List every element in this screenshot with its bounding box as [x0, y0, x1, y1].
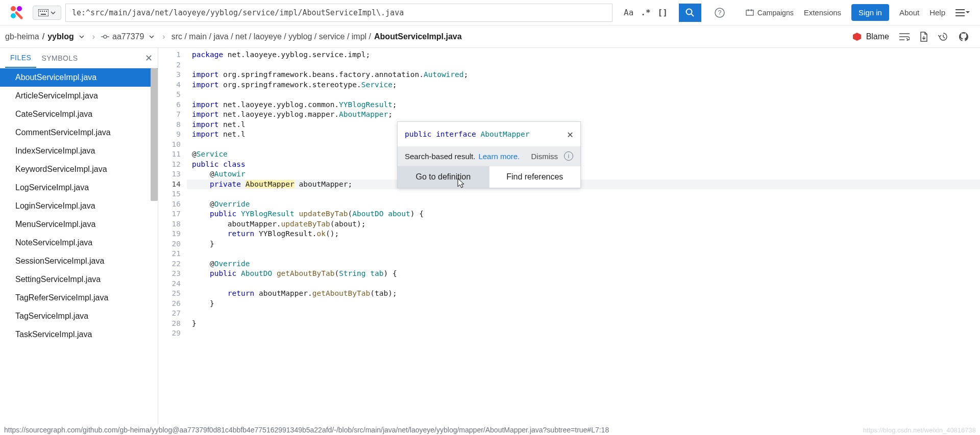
code-line[interactable]: package net.laoyeye.yyblog.service.impl; — [187, 50, 980, 60]
repo-name[interactable]: yyblog — [47, 32, 74, 41]
tab-symbols[interactable]: SYMBOLS — [36, 49, 83, 67]
code-line[interactable]: return aboutMapper.getAboutByTab(tab); — [187, 289, 980, 299]
code-line[interactable]: import org.springframework.stereotype.Se… — [187, 80, 980, 90]
code-line[interactable] — [187, 90, 980, 100]
file-item[interactable]: KeywordServiceImpl.java — [0, 160, 158, 178]
path-segment[interactable]: net — [235, 32, 247, 41]
code-line[interactable]: } — [187, 239, 980, 249]
svg-rect-12 — [746, 10, 753, 15]
path-segment[interactable]: java — [213, 32, 228, 41]
chevron-down-icon[interactable] — [149, 35, 154, 38]
path-segment[interactable]: src — [172, 32, 182, 41]
sidebar: FILES SYMBOLS ✕ AboutServiceImpl.javaArt… — [0, 48, 158, 425]
file-item[interactable]: TagReferServiceImpl.java — [0, 289, 158, 307]
code-area: 1234567891011121314151617181920212223242… — [158, 48, 980, 425]
code-line[interactable]: import org.springframework.beans.factory… — [187, 70, 980, 80]
code-line[interactable]: @Override — [187, 259, 980, 269]
sidebar-close[interactable]: ✕ — [145, 53, 153, 64]
code-line[interactable]: import net.l — [187, 120, 980, 130]
close-icon[interactable]: ✕ — [567, 128, 573, 140]
file-item[interactable]: IndexServiceImpl.java — [0, 142, 158, 160]
file-item[interactable]: CommentServiceImpl.java — [0, 123, 158, 142]
main: FILES SYMBOLS ✕ AboutServiceImpl.javaArt… — [0, 48, 980, 425]
github-icon[interactable] — [959, 32, 969, 42]
code-line[interactable] — [187, 328, 980, 339]
tab-files[interactable]: FILES — [5, 48, 36, 68]
logo[interactable] — [8, 5, 24, 21]
code-line[interactable]: @Autowir — [187, 169, 980, 180]
regex-toggle[interactable]: .* — [641, 8, 650, 17]
search-input[interactable]: le:^src/main/java/net/laoyeye/yyblog/ser… — [65, 4, 612, 22]
history-icon[interactable] — [938, 32, 948, 42]
dismiss-button[interactable]: Dismiss — [531, 152, 558, 161]
header: le:^src/main/java/net/laoyeye/yyblog/ser… — [0, 0, 980, 25]
code-line[interactable]: aboutMapper.updateByTab(about); — [187, 219, 980, 229]
file-item[interactable]: LogServiceImpl.java — [0, 178, 158, 197]
find-references-button[interactable]: Find references — [489, 166, 581, 188]
file-item[interactable]: LoginServiceImpl.java — [0, 197, 158, 215]
commit-hash[interactable]: aa77379 — [112, 32, 144, 41]
structural-toggle[interactable]: [] — [658, 8, 668, 17]
menu-button[interactable] — [955, 9, 970, 16]
file-item[interactable]: TagServiceImpl.java — [0, 307, 158, 325]
wrap-lines-icon[interactable] — [899, 33, 910, 41]
file-item[interactable]: ArticleServiceImpl.java — [0, 87, 158, 105]
file-item[interactable]: TaskServiceImpl.java — [0, 325, 158, 344]
signin-button[interactable]: Sign in — [851, 4, 889, 21]
code-line[interactable]: public AboutDO getAboutByTab(String tab)… — [187, 269, 980, 279]
file-item[interactable]: SessionServiceImpl.java — [0, 252, 158, 270]
campaigns-link[interactable]: Campaigns — [745, 8, 794, 17]
code-line[interactable]: public YYBlogResult updateByTab(AboutDO … — [187, 209, 980, 219]
file-item[interactable]: SettingServiceImpl.java — [0, 270, 158, 289]
breadcrumb: gb-heima/yyblog › aa77379 › src / main /… — [5, 32, 462, 41]
search-button[interactable] — [679, 4, 701, 22]
raw-file-icon[interactable] — [920, 32, 928, 42]
learn-more-link[interactable]: Learn more. — [478, 152, 520, 161]
path-segment[interactable]: service — [319, 32, 345, 41]
search-based-label: Search-based result. — [405, 152, 475, 161]
code-line[interactable] — [187, 309, 980, 319]
case-toggle[interactable]: Aa — [624, 8, 633, 17]
file-item[interactable]: MenuServiceImpl.java — [0, 215, 158, 234]
about-link[interactable]: About — [899, 8, 919, 17]
code-line[interactable] — [187, 140, 980, 150]
code-content[interactable]: 1234567891011121314151617181920212223242… — [158, 48, 980, 339]
blame-button[interactable]: Blame — [852, 32, 889, 42]
svg-rect-5 — [42, 11, 43, 12]
code-line[interactable]: import net.l — [187, 130, 980, 140]
code-line[interactable]: public class — [187, 160, 980, 170]
code-line[interactable]: @Service — [187, 149, 980, 160]
code-line[interactable]: private AboutMapper aboutMapper; — [187, 180, 980, 190]
path-segment[interactable]: yyblog — [288, 32, 312, 41]
path-segment[interactable]: main — [189, 32, 207, 41]
code-line[interactable]: @Override — [187, 199, 980, 210]
repo-owner[interactable]: gb-heima — [5, 32, 39, 41]
file-item[interactable]: NoteServiceImpl.java — [0, 234, 158, 252]
svg-rect-8 — [41, 14, 46, 15]
code-line[interactable]: } — [187, 299, 980, 309]
code-line[interactable]: return YYBlogResult.ok(); — [187, 229, 980, 239]
watermark: https://blog.csdn.net/weixin_40816738 — [863, 426, 976, 434]
keyboard-shortcuts-button[interactable] — [33, 6, 61, 20]
code-line[interactable] — [187, 189, 980, 199]
go-to-definition-button[interactable]: Go to definition — [398, 166, 489, 188]
code-line[interactable] — [187, 279, 980, 289]
code-line[interactable] — [187, 249, 980, 259]
file-item[interactable]: CateServiceImpl.java — [0, 105, 158, 123]
path-segment[interactable]: impl — [352, 32, 366, 41]
code-line[interactable]: import net.laoyeye.yyblog.common.YYBlogR… — [187, 100, 980, 110]
info-icon[interactable]: i — [564, 151, 573, 161]
path-segment[interactable]: laoyeye — [254, 32, 282, 41]
code-line[interactable]: } — [187, 319, 980, 329]
svg-point-0 — [11, 6, 16, 11]
help-button[interactable]: ? — [710, 4, 729, 22]
code-line[interactable] — [187, 60, 980, 70]
file-item[interactable]: AboutServiceImpl.java — [0, 68, 158, 87]
help-link[interactable]: Help — [929, 8, 945, 17]
scrollbar[interactable] — [151, 68, 158, 201]
status-bar: https://sourcegraph.com/github.com/gb-he… — [0, 425, 980, 435]
chevron-down-icon[interactable] — [79, 35, 84, 38]
svg-rect-7 — [46, 11, 47, 12]
code-line[interactable]: import net.laoyeye.yyblog.mapper.AboutMa… — [187, 110, 980, 120]
extensions-link[interactable]: Extensions — [804, 8, 841, 17]
